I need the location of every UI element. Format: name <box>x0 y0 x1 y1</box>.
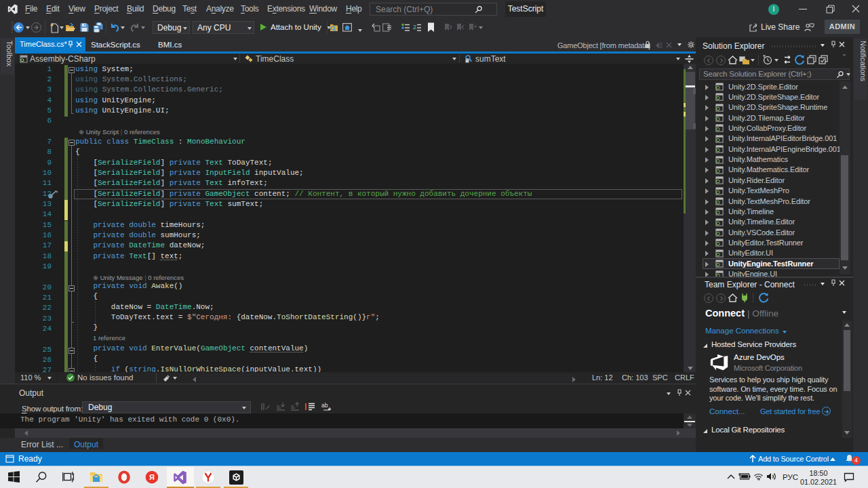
svg-text:Я: Я <box>149 473 155 481</box>
svg-text:2: 2 <box>413 24 416 30</box>
svg-text:ab: ab <box>321 402 328 409</box>
